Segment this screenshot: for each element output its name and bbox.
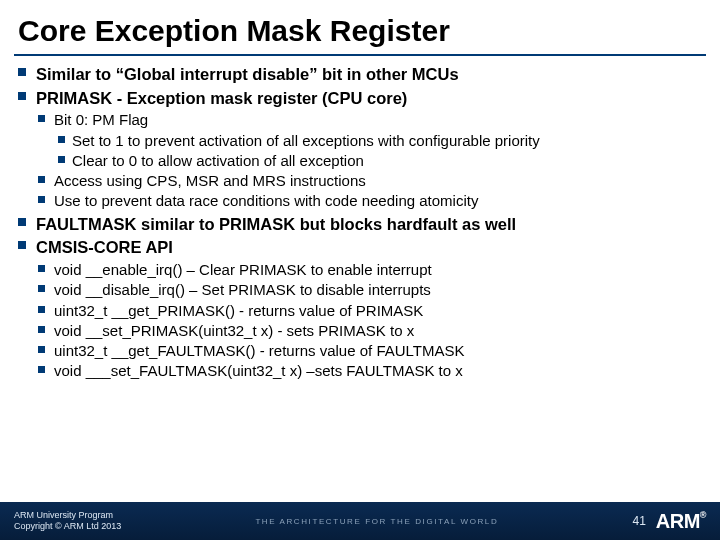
bullet-text: uint32_t __get_FAULTMASK() - returns val… — [54, 342, 464, 359]
square-bullet-icon — [38, 196, 45, 203]
slide-title: Core Exception Mask Register — [0, 0, 720, 54]
bullet-l2: void __set_PRIMASK(uint32_t x) - sets PR… — [18, 322, 702, 340]
square-bullet-icon — [18, 218, 26, 226]
square-bullet-icon — [38, 285, 45, 292]
footer-left: ARM University Program Copyright © ARM L… — [14, 510, 121, 532]
square-bullet-icon — [38, 366, 45, 373]
bullet-text: void ___set_FAULTMASK(uint32_t x) –sets … — [54, 362, 463, 379]
square-bullet-icon — [38, 115, 45, 122]
bullet-text: FAULTMASK similar to PRIMASK but blocks … — [36, 215, 516, 233]
bullet-l2: uint32_t __get_PRIMASK() - returns value… — [18, 302, 702, 320]
bullet-text: Clear to 0 to allow activation of all ex… — [72, 152, 364, 169]
square-bullet-icon — [18, 241, 26, 249]
bullet-text: Use to prevent data race conditions with… — [54, 192, 478, 209]
bullet-l2: void __disable_irq() – Set PRIMASK to di… — [18, 281, 702, 299]
square-bullet-icon — [58, 156, 65, 163]
bullet-text: CMSIS-CORE API — [36, 238, 173, 256]
title-underline — [14, 54, 706, 56]
bullet-l3: Set to 1 to prevent activation of all ex… — [18, 132, 702, 150]
slide-footer: ARM University Program Copyright © ARM L… — [0, 502, 720, 540]
square-bullet-icon — [18, 92, 26, 100]
square-bullet-icon — [38, 176, 45, 183]
bullet-text: void __set_PRIMASK(uint32_t x) - sets PR… — [54, 322, 414, 339]
registered-icon: ® — [700, 510, 706, 520]
bullet-text: void __enable_irq() – Clear PRIMASK to e… — [54, 261, 432, 278]
page-number: 41 — [632, 514, 645, 528]
bullet-l2: void ___set_FAULTMASK(uint32_t x) –sets … — [18, 362, 702, 380]
arm-logo: ARM® — [656, 510, 706, 533]
square-bullet-icon — [38, 265, 45, 272]
bullet-text: Bit 0: PM Flag — [54, 111, 148, 128]
bullet-l2: Use to prevent data race conditions with… — [18, 192, 702, 210]
bullet-text: Similar to “Global interrupt disable” bi… — [36, 65, 459, 83]
bullet-l1: FAULTMASK similar to PRIMASK but blocks … — [18, 214, 702, 235]
bullet-l1: PRIMASK - Exception mask register (CPU c… — [18, 88, 702, 109]
bullet-l2: void __enable_irq() – Clear PRIMASK to e… — [18, 261, 702, 279]
footer-tagline: THE ARCHITECTURE FOR THE DIGITAL WORLD — [255, 517, 498, 526]
bullet-l1: Similar to “Global interrupt disable” bi… — [18, 64, 702, 85]
bullet-l3: Clear to 0 to allow activation of all ex… — [18, 152, 702, 170]
bullet-text: Set to 1 to prevent activation of all ex… — [72, 132, 540, 149]
bullet-l2: uint32_t __get_FAULTMASK() - returns val… — [18, 342, 702, 360]
footer-program: ARM University Program — [14, 510, 121, 521]
square-bullet-icon — [38, 346, 45, 353]
footer-right: 41 ARM® — [632, 510, 706, 533]
square-bullet-icon — [18, 68, 26, 76]
bullet-text: void __disable_irq() – Set PRIMASK to di… — [54, 281, 431, 298]
square-bullet-icon — [58, 136, 65, 143]
square-bullet-icon — [38, 306, 45, 313]
slide-content: Similar to “Global interrupt disable” bi… — [0, 64, 720, 381]
bullet-l2: Access using CPS, MSR and MRS instructio… — [18, 172, 702, 190]
footer-copyright: Copyright © ARM Ltd 2013 — [14, 521, 121, 532]
bullet-l2: Bit 0: PM Flag — [18, 111, 702, 129]
square-bullet-icon — [38, 326, 45, 333]
bullet-text: uint32_t __get_PRIMASK() - returns value… — [54, 302, 423, 319]
bullet-text: Access using CPS, MSR and MRS instructio… — [54, 172, 366, 189]
bullet-l1: CMSIS-CORE API — [18, 237, 702, 258]
bullet-text: PRIMASK - Exception mask register (CPU c… — [36, 89, 407, 107]
